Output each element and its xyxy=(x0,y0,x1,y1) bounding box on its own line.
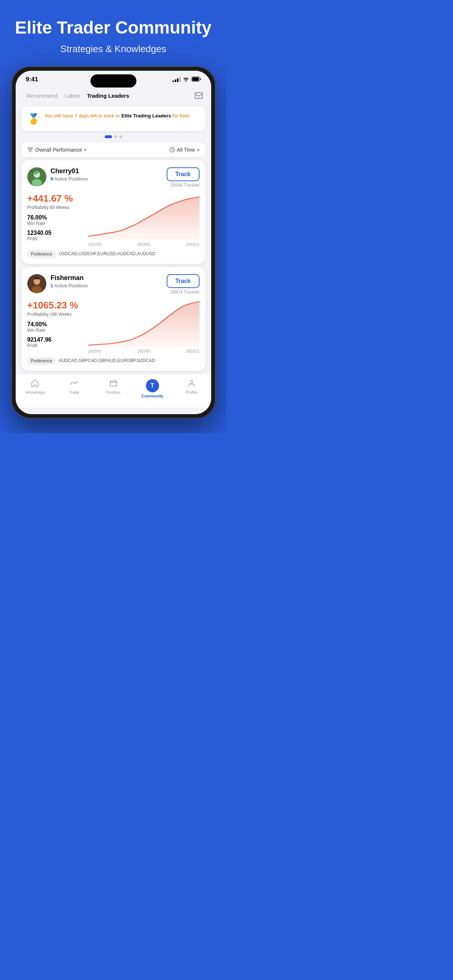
nav-item-community[interactable]: T Community xyxy=(133,377,172,400)
tab-latest[interactable]: Latest xyxy=(61,91,83,100)
trader-card-fisherman: Fisherman 1 Active Positions Track 28874… xyxy=(22,267,205,371)
currencies-1: USDCAD,USDCHF,EURUSD,AUDCAD,AUDUSD xyxy=(59,250,155,258)
phone-screen: 9:41 xyxy=(16,71,211,414)
filter-performance[interactable]: Overall Performance ▾ xyxy=(27,147,86,153)
win-rate-label-1: Win Rate xyxy=(27,221,84,226)
trader-positions-2: 1 Active Positions xyxy=(51,283,88,288)
trader-card-cherry01: Cherry01 9 Active Positions Track 20595 … xyxy=(22,160,205,264)
filter-chevron-icon: ▾ xyxy=(84,148,86,153)
trader-name-2: Fisherman xyxy=(51,274,88,282)
profitability-label-2: Profitability 196 Weeks xyxy=(27,312,84,317)
battery-icon xyxy=(191,76,201,83)
filter-time[interactable]: All Time ▾ xyxy=(170,147,199,153)
wifi-icon xyxy=(183,76,189,83)
win-rate-value-2: 74.00% xyxy=(27,321,84,328)
homepage-icon xyxy=(30,379,39,389)
track-section-1: Track 20595 Tracked xyxy=(167,167,199,188)
trade-icon xyxy=(70,379,78,389)
filter-performance-label: Overall Performance xyxy=(35,147,82,153)
preference-badge-1: Preference xyxy=(27,250,56,258)
trader-stats-2: +1065.23 % Profitability 196 Weeks 74.00… xyxy=(27,300,84,352)
trader-positions-1: 9 Active Positions xyxy=(51,176,88,181)
profile-icon xyxy=(187,379,196,389)
signal-icon xyxy=(172,77,180,82)
svg-point-7 xyxy=(35,173,36,175)
trader-header-2: Fisherman 1 Active Positions Track 28874… xyxy=(27,274,199,294)
trader-name-1: Cherry01 xyxy=(51,167,88,175)
trader-avatar-1 xyxy=(27,167,46,186)
dot-3 xyxy=(119,135,122,138)
trader-body-2: +1065.23 % Profitability 196 Weeks 74.00… xyxy=(27,300,199,352)
trade-label: Trade xyxy=(69,390,79,395)
banner-card: 🥇 You still have 7 days left to track to… xyxy=(22,107,205,131)
filter-time-label: All Time xyxy=(177,147,195,153)
status-time: 9:41 xyxy=(26,76,38,83)
nav-tabs: Recommend Latest Trading Leaders xyxy=(16,86,211,103)
svg-rect-12 xyxy=(110,381,117,386)
profit-value-2: 92147.96 xyxy=(27,337,84,343)
tracked-count-2: 28874 Tracked xyxy=(167,290,199,294)
hero-title: Elite Trader Community xyxy=(14,18,212,38)
profit-value-1: 12340.05 xyxy=(27,230,84,236)
medal-icon: 🥇 xyxy=(27,113,40,125)
track-button-2[interactable]: Track xyxy=(167,274,199,288)
filter-time-chevron-icon: ▾ xyxy=(197,148,199,153)
dot-1 xyxy=(105,135,112,138)
community-icon: T xyxy=(146,379,159,392)
chart-area-2: 2020/03 2022/03 2023/12 xyxy=(88,300,199,347)
hero-section: Elite Trader Community Strategies & Know… xyxy=(0,0,226,66)
profitability-1: +441.67 % xyxy=(27,193,84,204)
win-rate-label-2: Win Rate xyxy=(27,328,84,333)
hero-subtitle: Strategies & Knowledges xyxy=(14,43,212,55)
profitability-label-1: Profitability 89 Weeks xyxy=(27,205,84,210)
community-label: Community xyxy=(141,394,163,398)
profitability-2: +1065.23 % xyxy=(27,300,84,311)
track-section-2: Track 28874 Tracked xyxy=(167,274,199,294)
svg-rect-11 xyxy=(34,277,40,279)
position-label: Position xyxy=(106,390,120,395)
trader-header-1: Cherry01 9 Active Positions Track 20595 … xyxy=(27,167,199,188)
svg-point-6 xyxy=(32,179,42,186)
dynamic-island xyxy=(91,75,136,88)
trader-info-2: Fisherman 1 Active Positions xyxy=(27,274,88,293)
preference-row-1: Preference USDCAD,USDCHF,EURUSD,AUDCAD,A… xyxy=(27,250,199,258)
svg-point-13 xyxy=(190,380,193,383)
bottom-nav: Homepage Trade xyxy=(16,374,211,407)
preference-row-2: Preference AUDCAD,GBPCAD,GBPAUD,EURGBP,N… xyxy=(27,357,199,365)
tab-trading-leaders[interactable]: Trading Leaders xyxy=(83,91,133,100)
chart-area-1: 2022/03 2023/02 2023/12 xyxy=(88,193,199,240)
tab-recommend[interactable]: Recommend xyxy=(23,91,61,100)
svg-rect-1 xyxy=(192,77,199,81)
homepage-label: Homepage xyxy=(25,390,45,395)
currencies-2: AUDCAD,GBPCAD,GBPAUD,EURGBP,NZDCAD xyxy=(59,357,155,365)
status-icons xyxy=(172,76,201,83)
tracked-count-1: 20595 Tracked xyxy=(167,183,199,188)
nav-item-homepage[interactable]: Homepage xyxy=(16,377,55,400)
app-content: Recommend Latest Trading Leaders 🥇 xyxy=(16,86,211,414)
track-button-1[interactable]: Track xyxy=(167,167,199,181)
position-icon xyxy=(109,379,118,389)
nav-item-trade[interactable]: Trade xyxy=(55,377,94,400)
trader-avatar-2 xyxy=(27,274,46,293)
svg-point-10 xyxy=(32,286,42,293)
nav-item-position[interactable]: Position xyxy=(94,377,133,400)
trader-info-1: Cherry01 9 Active Positions xyxy=(27,167,88,186)
positions-label-2: Active Positions xyxy=(54,283,88,288)
win-rate-value-1: 76.00% xyxy=(27,215,84,221)
profile-label: Profile xyxy=(186,390,197,395)
banner-container: 🥇 You still have 7 days left to track to… xyxy=(16,103,211,132)
svg-rect-2 xyxy=(195,92,203,99)
chart-labels-2: 2020/03 2022/03 2023/12 xyxy=(88,349,199,353)
profit-label-2: Profit xyxy=(27,343,84,348)
dot-2 xyxy=(114,135,117,138)
mail-icon[interactable] xyxy=(194,91,204,100)
trader-body-1: +441.67 % Profitability 89 Weeks 76.00% … xyxy=(27,193,199,245)
status-bar: 9:41 xyxy=(16,71,211,86)
filter-bar[interactable]: Overall Performance ▾ All Time ▾ xyxy=(22,143,205,157)
preference-badge-2: Preference xyxy=(27,357,56,365)
phone: 9:41 xyxy=(11,66,215,418)
nav-item-profile[interactable]: Profile xyxy=(172,377,211,400)
trader-stats-1: +441.67 % Profitability 89 Weeks 76.00% … xyxy=(27,193,84,245)
dots-indicator xyxy=(16,132,211,140)
banner-text: You still have 7 days left to track to E… xyxy=(45,112,190,119)
